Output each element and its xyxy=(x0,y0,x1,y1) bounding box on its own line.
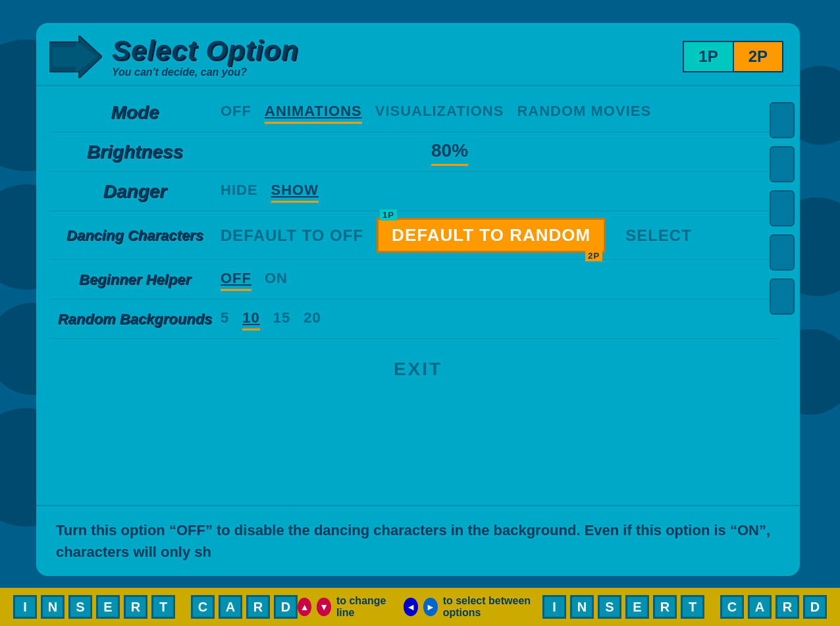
danger-show[interactable]: SHOW xyxy=(271,182,319,201)
ctrl-select-options: ◄ ► to select between options xyxy=(404,595,542,619)
dancing-characters-label: Dancing Characters xyxy=(49,227,221,244)
player-tabs: 1P 2P xyxy=(683,41,783,72)
insert-c-left: C xyxy=(191,595,215,619)
right-btn-4[interactable] xyxy=(770,234,795,271)
danger-row: Danger HIDE SHOW xyxy=(49,172,780,211)
mode-off[interactable]: OFF xyxy=(221,103,251,122)
dancing-select[interactable]: SELECT xyxy=(625,226,692,245)
mode-row: Mode OFF ANIMATIONS VISUALIZATIONS RANDO… xyxy=(49,93,780,132)
mode-random-movies[interactable]: RANDOM MOVIES xyxy=(517,103,651,122)
change-line-text: to change line xyxy=(336,595,390,619)
insert-card-right: I N S E R T C A R D xyxy=(542,595,840,619)
insert-t-left: T xyxy=(151,595,175,619)
arrow-logo-icon xyxy=(49,36,102,78)
dancing-characters-values: DEFAULT TO OFF DEFAULT TO RANDOM SELECT xyxy=(221,218,780,253)
random-backgrounds-row: Random Backgrounds 5 10 15 20 xyxy=(49,300,780,339)
dancing-default-random[interactable]: DEFAULT TO RANDOM xyxy=(377,218,606,253)
header-area: Select Option You can't decide, can you?… xyxy=(36,23,800,86)
page-title: Select Option xyxy=(112,35,683,66)
beginner-helper-row: Beginner Helper OFF ON xyxy=(49,260,780,300)
beginner-on[interactable]: ON xyxy=(265,270,288,290)
beginner-off[interactable]: OFF xyxy=(221,270,251,290)
options-area: Mode OFF ANIMATIONS VISUALIZATIONS RANDO… xyxy=(36,86,800,346)
right-btn-2[interactable] xyxy=(770,146,795,182)
title-block: Select Option You can't decide, can you? xyxy=(112,35,683,78)
beginner-helper-values: OFF ON xyxy=(221,270,780,290)
player-1p-tab[interactable]: 1P xyxy=(683,41,732,72)
mode-label: Mode xyxy=(49,102,221,123)
random-bg-20[interactable]: 20 xyxy=(303,309,321,329)
random-backgrounds-label: Random Backgrounds xyxy=(49,311,221,328)
down-arrow-icon: ▼ xyxy=(317,598,330,616)
insert-n-left: N xyxy=(41,595,65,619)
mode-visualizations[interactable]: VISUALIZATIONS xyxy=(375,103,504,122)
insert-d-right: D xyxy=(803,595,827,619)
insert-r-right2: R xyxy=(775,595,799,619)
ctrl-change-line: ▲ ▼ to change line xyxy=(298,595,390,619)
insert-r-right: R xyxy=(653,595,677,619)
random-bg-10[interactable]: 10 xyxy=(242,309,259,329)
danger-hide[interactable]: HIDE xyxy=(221,182,258,201)
insert-e-right: E xyxy=(625,595,649,619)
insert-i-right: I xyxy=(542,595,566,619)
select-options-text: to select between options xyxy=(443,595,542,619)
bottom-bar: I N S E R T C A R D ▲ ▼ to change line ◄… xyxy=(0,588,840,626)
description-text: Turn this option “OFF” to disable the da… xyxy=(56,519,774,563)
insert-c-right: C xyxy=(720,595,744,619)
right-btn-3[interactable] xyxy=(770,190,795,226)
exit-button[interactable]: EXIT xyxy=(394,359,442,380)
insert-r-left: R xyxy=(124,595,147,619)
dancing-characters-row: Dancing Characters DEFAULT TO OFF DEFAUL… xyxy=(49,211,780,260)
right-btn-1[interactable] xyxy=(770,102,795,138)
danger-label: Danger xyxy=(49,181,221,202)
insert-n-right: N xyxy=(570,595,594,619)
insert-a-right: A xyxy=(748,595,772,619)
controls-center: ▲ ▼ to change line ◄ ► to select between… xyxy=(298,595,542,619)
brightness-values: 80% xyxy=(221,140,780,164)
random-bg-15[interactable]: 15 xyxy=(273,309,290,329)
right-btn-5[interactable] xyxy=(770,278,795,315)
brightness-row: Brightness 80% xyxy=(49,132,780,172)
danger-values: HIDE SHOW xyxy=(221,182,780,201)
insert-e-left: E xyxy=(96,595,120,619)
insert-a-left: A xyxy=(219,595,242,619)
insert-i-left: I xyxy=(13,595,37,619)
right-arrow-icon: ► xyxy=(423,598,438,616)
brightness-value[interactable]: 80% xyxy=(431,140,468,164)
up-arrow-icon: ▲ xyxy=(298,598,311,616)
page-subtitle: You can't decide, can you? xyxy=(112,66,683,78)
exit-row: EXIT xyxy=(36,346,800,386)
right-buttons xyxy=(770,102,800,315)
insert-d-left: D xyxy=(274,595,298,619)
insert-card-left: I N S E R T C A R D xyxy=(0,595,298,619)
insert-s-left: S xyxy=(68,595,92,619)
mode-animations[interactable]: ANIMATIONS xyxy=(265,103,362,122)
main-panel: Select Option You can't decide, can you?… xyxy=(36,23,800,576)
insert-s-right: S xyxy=(598,595,621,619)
insert-t-right: T xyxy=(681,595,704,619)
dancing-default-off[interactable]: DEFAULT TO OFF xyxy=(221,226,363,245)
beginner-helper-label: Beginner Helper xyxy=(49,271,221,288)
player-2p-tab[interactable]: 2P xyxy=(733,41,783,72)
random-backgrounds-values: 5 10 15 20 xyxy=(221,309,780,329)
random-bg-5[interactable]: 5 xyxy=(221,309,229,329)
insert-r-left2: R xyxy=(246,595,270,619)
brightness-label: Brightness xyxy=(49,142,221,163)
left-arrow-icon: ◄ xyxy=(404,598,418,616)
mode-values: OFF ANIMATIONS VISUALIZATIONS RANDOM MOV… xyxy=(221,103,780,122)
